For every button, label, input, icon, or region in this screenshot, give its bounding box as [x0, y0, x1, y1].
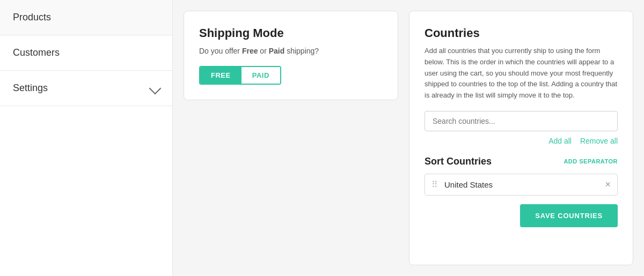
sidebar-item-products-label: Products	[13, 12, 51, 23]
sidebar-item-products[interactable]: Products	[0, 0, 172, 35]
sidebar-item-customers-label: Customers	[13, 47, 60, 58]
search-countries-input[interactable]	[425, 111, 618, 131]
remove-all-button[interactable]: Remove all	[580, 137, 618, 145]
add-separator-button[interactable]: ADD SEPARATOR	[564, 158, 618, 165]
sort-countries-title: Sort Countries	[425, 156, 492, 167]
shipping-paid-bold: Paid	[269, 47, 285, 55]
free-toggle-button[interactable]: FREE	[200, 67, 241, 84]
paid-toggle-button[interactable]: PAID	[241, 67, 280, 84]
shipping-desc-after: shipping?	[284, 47, 319, 55]
shipping-toggle-group: FREE PAID	[199, 66, 281, 85]
countries-description: Add all countries that you currently shi…	[425, 46, 618, 101]
country-name: United States	[444, 180, 605, 189]
sidebar-item-settings[interactable]: Settings	[0, 71, 172, 106]
main-content: Shipping Mode Do you offer Free or Paid …	[173, 0, 644, 276]
shipping-mode-title: Shipping Mode	[199, 26, 383, 40]
save-btn-row: SAVE COUNTRIES	[425, 204, 618, 227]
chevron-down-icon	[149, 82, 162, 94]
shipping-mode-description: Do you offer Free or Paid shipping?	[199, 47, 383, 55]
countries-card: Countries Add all countries that you cur…	[409, 11, 633, 265]
countries-links-row: Add all Remove all	[425, 137, 618, 145]
shipping-desc-middle: or	[258, 47, 268, 55]
shipping-mode-card: Shipping Mode Do you offer Free or Paid …	[184, 11, 398, 100]
shipping-desc-before: Do you offer	[199, 47, 242, 55]
remove-country-button[interactable]: ×	[605, 180, 611, 189]
sort-countries-header: Sort Countries ADD SEPARATOR	[425, 156, 618, 167]
sidebar-item-customers[interactable]: Customers	[0, 35, 172, 71]
sidebar: Products Customers Settings	[0, 0, 173, 276]
sidebar-item-settings-label: Settings	[13, 83, 48, 94]
country-row: ⠿ United States ×	[425, 174, 618, 196]
drag-handle-icon[interactable]: ⠿	[431, 180, 438, 190]
shipping-free-bold: Free	[242, 47, 258, 55]
save-countries-button[interactable]: SAVE COUNTRIES	[520, 204, 618, 227]
countries-title: Countries	[425, 26, 618, 40]
add-all-button[interactable]: Add all	[548, 137, 572, 145]
